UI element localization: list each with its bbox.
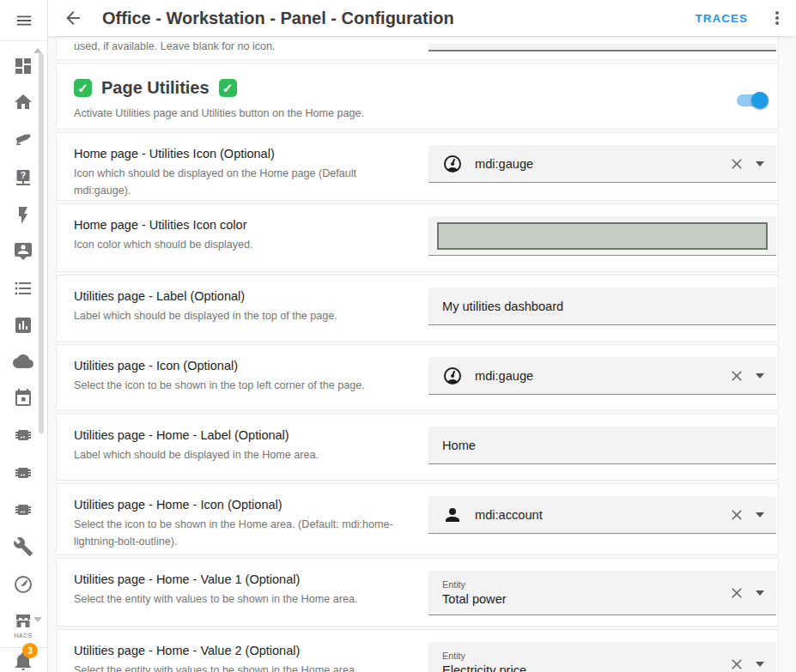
check-emoji-icon: ✓ — [74, 79, 92, 97]
row-description: Icon color which should be displayed. — [74, 237, 422, 254]
view-dashboard-icon — [13, 56, 33, 76]
row-label: Utilities page - Home - Value 1 (Optiona… — [74, 572, 422, 586]
icon-picker-input[interactable]: mdi:gauge — [428, 145, 776, 183]
lightning-bolt-icon — [13, 205, 33, 226]
calendar-icon — [13, 388, 33, 409]
input-value: Home — [442, 439, 476, 452]
cctv-icon — [13, 129, 33, 149]
menu-icon[interactable] — [15, 11, 33, 30]
dropdown-caret-icon[interactable] — [756, 512, 764, 518]
gauge-outline-icon — [13, 574, 33, 595]
sidebar-item-calendar[interactable] — [13, 388, 33, 409]
config-row-home-value-2: Utilities page - Home - Value 2 (Optiona… — [56, 629, 779, 672]
back-arrow-icon[interactable] — [63, 8, 83, 28]
input-value: mdi:gauge — [475, 369, 533, 383]
text-input[interactable]: Home — [428, 427, 776, 464]
entity-picker-input[interactable]: Entity Electricity price — [428, 642, 776, 672]
icon-picker-input[interactable]: mdi:account — [428, 496, 776, 534]
row-description: used, if available. Leave blank for no i… — [74, 39, 422, 56]
sidebar-item-gauge[interactable] — [13, 574, 33, 595]
input-value: mdi:gauge — [475, 157, 533, 171]
app-bar: Office - Workstation - Panel - Configura… — [48, 0, 796, 36]
color-input[interactable] — [428, 216, 776, 256]
row-description: Label which should be displayed in the H… — [74, 447, 422, 464]
sidebar-item-energy[interactable] — [13, 205, 33, 226]
sidebar-header — [0, 0, 47, 41]
config-row-home-value-1: Utilities page - Home - Value 1 (Optiona… — [56, 558, 779, 627]
dropdown-caret-icon[interactable] — [756, 662, 764, 667]
sidebar-item-cameras[interactable] — [13, 129, 33, 149]
row-label: Home page - Utilities Icon color — [74, 218, 422, 232]
row-label: Utilities page - Label (Optional) — [74, 289, 422, 303]
clear-icon[interactable] — [728, 506, 745, 524]
page-utilities-toggle[interactable] — [737, 94, 766, 106]
clear-icon[interactable] — [728, 155, 745, 173]
check-emoji-icon: ✓ — [219, 79, 237, 97]
color-swatch[interactable] — [437, 222, 768, 250]
config-form: used, if available. Leave blank for no i… — [48, 36, 796, 672]
config-row-utilities-page-icon: Utilities page - Icon (Optional) Select … — [56, 344, 779, 411]
dropdown-caret-icon[interactable] — [756, 161, 764, 166]
sidebar-scrollbar[interactable] — [39, 53, 44, 433]
section-description: Activate Utilities page and Utilities bu… — [74, 107, 778, 119]
config-row-utilities-label: Utilities page - Label (Optional) Label … — [56, 275, 779, 342]
input-floating-label: Entity — [442, 579, 507, 590]
sidebar-notifications[interactable]: 3 — [0, 647, 47, 672]
svg-text:?: ? — [21, 170, 26, 180]
row-label: Home page - Utilities Icon (Optional) — [74, 147, 422, 160]
row-label: Utilities page - Icon (Optional) — [74, 359, 422, 372]
input-value: Electricity price — [442, 663, 526, 672]
gauge-icon — [442, 154, 463, 174]
overflow-menu-icon[interactable] — [767, 8, 787, 28]
home-icon — [13, 92, 33, 112]
sidebar-item-home[interactable] — [13, 92, 33, 112]
sidebar-scroll-down-icon[interactable] — [33, 617, 42, 622]
sidebar-item-hacs[interactable] — [13, 611, 33, 632]
text-input-partial[interactable] — [428, 44, 776, 51]
sidebar-item-cloud[interactable] — [13, 351, 33, 372]
config-row-partial: used, if available. Leave blank for no i… — [56, 36, 779, 60]
clear-icon[interactable] — [728, 656, 745, 672]
notification-badge: 3 — [22, 643, 38, 658]
clear-icon[interactable] — [728, 584, 745, 602]
input-value: mdi:account — [475, 508, 543, 522]
sidebar-item-history[interactable] — [13, 315, 33, 336]
section-page-utilities: ✓ Page Utilities ✓ Activate Utilities pa… — [56, 63, 779, 130]
chip-icon — [13, 463, 33, 483]
account-icon — [442, 505, 463, 525]
sidebar-item-esphome-3[interactable] — [13, 499, 33, 520]
config-row-icon-color: Home page - Utilities Icon color Icon co… — [56, 203, 779, 272]
todo-list-icon — [13, 278, 33, 299]
traces-button[interactable]: TRACES — [695, 12, 748, 25]
gauge-icon — [442, 366, 463, 386]
help-network-icon: ? — [13, 167, 33, 188]
row-description: Label which should be displayed in the t… — [74, 308, 422, 325]
row-description: Select the icon to be shown in the Home … — [74, 517, 422, 550]
hacs-label: HACS — [0, 633, 46, 639]
sidebar-item-todo[interactable] — [13, 278, 33, 299]
entity-picker-input[interactable]: Entity Total power — [428, 571, 776, 615]
dropdown-caret-icon[interactable] — [756, 590, 764, 596]
icon-picker-input[interactable]: mdi:gauge — [428, 357, 776, 395]
sidebar-item-dashboards[interactable] — [13, 56, 33, 76]
cloud-icon — [13, 351, 33, 372]
config-row-home-icon: Utilities page - Home - Icon (Optional) … — [56, 483, 779, 555]
sidebar-item-esphome-1[interactable] — [13, 425, 33, 445]
sidebar-item-help-network[interactable]: ? — [13, 167, 33, 188]
sidebar-item-esphome-2[interactable] — [13, 463, 33, 483]
input-value: Total power — [442, 592, 507, 606]
sidebar-item-developer-tools[interactable] — [13, 536, 33, 557]
row-label: Utilities page - Home - Value 2 (Optiona… — [74, 644, 422, 657]
row-description: Select the entity with values to be show… — [74, 663, 422, 672]
sidebar-item-users[interactable] — [13, 241, 33, 262]
sidebar: ? HACS 3 — [0, 0, 48, 672]
tooltip-account-icon — [13, 241, 33, 262]
chart-box-icon — [13, 315, 33, 336]
clear-icon[interactable] — [728, 367, 745, 384]
dropdown-caret-icon[interactable] — [756, 373, 764, 378]
input-floating-label: Entity — [442, 651, 526, 661]
config-row-home-utilities-icon: Home page - Utilities Icon (Optional) Ic… — [56, 132, 779, 201]
text-input[interactable]: My utilities dashboard — [428, 288, 776, 325]
toggle-thumb — [751, 92, 769, 109]
row-description: Icon which should be displayed on the Ho… — [74, 166, 422, 199]
